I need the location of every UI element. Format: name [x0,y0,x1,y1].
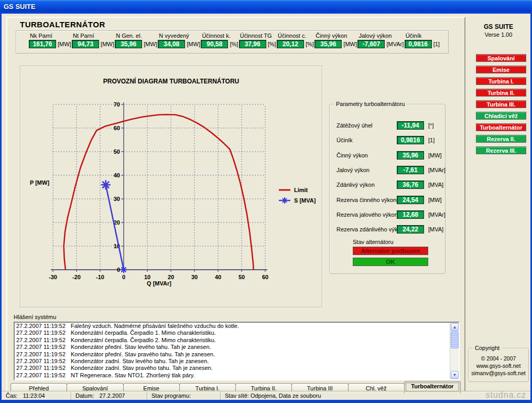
pq-diagram-chart: -30-20-100102030405060010203040506070 [36,99,277,289]
metric-unit: [MW] [187,41,200,47]
metric-value: 37,96 [239,40,266,48]
status-program: Stav programu: [147,392,221,400]
svg-text:40: 40 [114,172,120,178]
y-axis-label: P [MW] [30,179,49,186]
main-panel: TURBOALTERNÁTOR Nk Parní 161,76[MW] Nt P… [6,17,465,392]
log-entry[interactable]: 27.2.2007 11:19:52Kondenzátor přední. St… [15,344,459,351]
copyright-years: © 2004 - 2007 [469,355,528,362]
metric-value: 34,08 [158,40,185,48]
svg-text:-10: -10 [96,274,104,280]
metric-nk-parni: Nk Parní 161,76[MW] [29,33,71,51]
sidebar-btn-rezerva-2[interactable]: Rezerva II. [476,135,526,143]
svg-text:-20: -20 [72,274,81,280]
metric-value: -7,607 [357,40,385,48]
metric-unit: [%] [268,41,276,47]
sidebar-buttons: Spalování Emise Turbina I. Turbina II. T… [476,54,526,158]
param-value: 12,68 [397,210,424,219]
metric-unit: [MW] [343,41,357,47]
log-entry[interactable]: 27.2.2007 11:19:52Kondenzátní čerpadla. … [15,330,459,336]
metric-unit: [%] [306,41,314,47]
metric-unit: [%] [230,41,238,47]
metric-cinny-vykon: Činný výkon 35,96[MW] [314,33,357,51]
log-scrollbar[interactable]: ▲ ▼ [450,323,459,379]
sidebar-btn-spalovani[interactable]: Spalování [476,54,526,62]
parameters-groupbox: Parametry turboalternátoru Zátěžový úhel… [329,104,446,274]
x-axis-label: Q [MVAr] [53,280,265,287]
svg-text:60: 60 [114,125,120,131]
window-titlebar[interactable]: GS SUITE [0,0,532,14]
param-value: -7,61 [397,166,424,174]
svg-text:20: 20 [168,274,174,280]
metric-ucinik: Účiník 0,9816[1] [405,33,440,51]
metric-ucinnost-c: Účinnost c. 20,12[%] [277,33,314,51]
copyright-title: Copyright [473,345,502,351]
metric-unit: [MW] [58,41,71,47]
legend-item-limit: Limit [278,185,322,195]
metric-jalovy-vykon: Jalový výkon -7,607[MVAr] [357,33,404,51]
legend-item-s: S [MVA] [278,195,322,206]
metric-unit: [MW] [101,41,114,47]
sidebar-btn-turbina-2[interactable]: Turbina II. [476,89,526,97]
tab-turboalternator[interactable]: Turboalternátor [404,381,461,393]
sidebar-btn-turbina-1[interactable]: Turbina I. [476,77,526,85]
scroll-up-icon[interactable]: ▲ [451,323,459,331]
metric-unit: [1] [433,41,440,47]
page-title: TURBOALTERNÁTOR [20,20,105,29]
param-row: Rezerva jalového výkonu12,68[MVAr] [330,210,445,220]
system-messages-list[interactable]: 27.2.2007 11:19:52Falešný vzduch. Nadměr… [14,322,460,380]
svg-text:0: 0 [122,274,125,280]
metric-unit: [MW] [144,41,157,47]
svg-text:40: 40 [215,274,221,280]
metrics-strip: Nk Parní 161,76[MW] Nt Parní 94,73[MW] N… [16,30,449,54]
sidebar-btn-rezerva-3[interactable]: Rezerva III. [476,146,526,154]
svg-text:70: 70 [114,101,120,108]
param-row: Rezerva zdánlivého výkonu24,22[MVA] [330,225,445,235]
svg-text:30: 30 [191,274,198,280]
metric-value: 90,58 [201,40,228,48]
scrollbar-thumb[interactable] [451,332,459,348]
parameters-groupbox-title: Parametry turboalternátoru [334,101,407,107]
copyright-website: www.gsys-soft.net [469,362,528,369]
alternator-status-ok: OK [353,258,428,266]
alternator-state-label: Stav alternátoru [353,239,394,245]
metric-value: 0,9816 [405,40,432,48]
log-entry[interactable]: 27.2.2007 11:19:52Kondenzátní čerpadla. … [15,337,459,344]
param-value: 24,22 [397,225,424,234]
system-messages-label: Hlášení systému [14,314,56,320]
param-row: Činný výkon35,96[MW] [330,151,445,161]
metric-value: 161,76 [29,40,56,48]
sidebar-btn-turbina-3[interactable]: Turbina III. [476,100,526,108]
window-title: GS SUITE [4,3,36,10]
metric-value: 35,96 [314,40,342,48]
sidebar-btn-turboalternator[interactable]: Turboalternátor [476,123,526,131]
metric-ucinnost-k: Účinnost k. 90,58[%] [201,33,238,51]
operating-diagram-panel: PROVOZNÍ DIAGRAM TURBOALTERNÁTORU -30-20… [20,66,322,307]
copyright-email: simanv@gsys-soft.net [469,369,528,377]
watermark: studna.cz [486,390,526,400]
sidebar-btn-chladici-vez[interactable]: Chladicí věž [476,112,526,120]
window-border-left [0,14,2,403]
chart-title: PROVOZNÍ DIAGRAM TURBOALTERNÁTORU [20,78,322,85]
log-entry[interactable]: 27.2.2007 11:19:52Kondenzátor zadní. Sta… [15,358,459,365]
param-row: Rezerva činného výkonu24,54[MW] [330,196,445,205]
sidebar-app-name: GS SUITE [466,23,530,30]
status-network: Stav sítě: Odpojena, Data ze souboru [221,392,530,400]
metric-value: 35,96 [115,40,142,48]
copyright-lines: © 2004 - 2007 www.gsys-soft.net simanv@g… [469,355,528,377]
svg-text:50: 50 [238,274,245,280]
application-window: GS SUITE TURBOALTERNÁTOR Nk Parní 161,76… [0,0,532,403]
sidebar-btn-emise[interactable]: Emise [476,66,526,73]
log-entry[interactable]: 27.2.2007 11:19:52Kondenzátor přední. St… [15,351,459,358]
metric-value: 94,73 [72,40,99,48]
log-entry[interactable]: 27.2.2007 11:19:52Kondenzátor zadní. Sta… [15,365,459,372]
metric-unit: [MVAr] [386,41,404,47]
param-value: -11,94 [397,121,424,130]
scroll-down-icon[interactable]: ▼ [451,371,459,379]
svg-text:-30: -30 [49,274,57,280]
metric-nt-parni: Nt Parní 94,73[MW] [72,33,114,51]
log-entry[interactable]: 27.2.2007 11:19:52NT Regenerace. Stav NT… [15,372,459,379]
log-entry[interactable]: 27.2.2007 11:19:52Falešný vzduch. Nadměr… [15,323,459,330]
param-row: Jalový výkon-7,61[MVAr] [330,166,445,175]
metric-n-gen-el: N Gen. el. 35,96[MW] [115,33,157,51]
svg-text:60: 60 [262,274,268,280]
